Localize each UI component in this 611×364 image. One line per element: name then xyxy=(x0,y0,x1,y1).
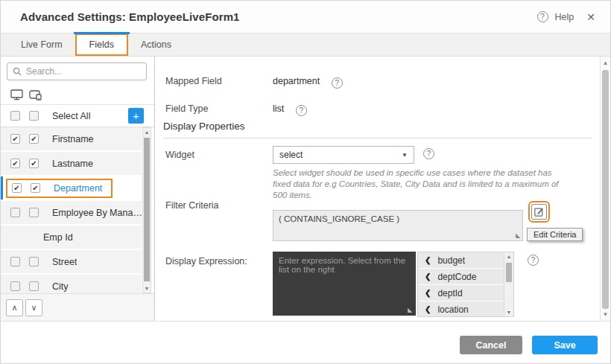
field-settings-panel: Mapped Field department ? Field Type lis… xyxy=(155,57,600,321)
search-icon xyxy=(13,67,22,76)
field-label: Employee By Mana… xyxy=(52,208,142,218)
field-row-emp-id[interactable]: Emp Id xyxy=(1,226,142,249)
mapped-field-value-text: department xyxy=(273,76,320,86)
display-expression-label: Display Expression: xyxy=(165,256,247,266)
mapped-field-value: department ? xyxy=(273,76,343,89)
field-type-label: Field Type xyxy=(165,103,208,114)
expression-list-scrollbar[interactable]: ▲ ▼ xyxy=(504,252,513,316)
main-scrollbar[interactable]: ▲ ▼ xyxy=(600,57,610,321)
help-icon[interactable]: ? xyxy=(537,11,548,22)
search-box xyxy=(7,63,147,80)
display-expression-help-icon[interactable]: ? xyxy=(528,255,539,266)
field-row-employee-by-manager[interactable]: Employee By Mana… xyxy=(1,201,142,224)
select-all-mobile-checkbox[interactable] xyxy=(29,111,39,121)
expression-field-location[interactable]: ❮ location xyxy=(418,301,504,317)
field-type-help-icon[interactable]: ? xyxy=(296,105,307,116)
mobile-checkbox[interactable] xyxy=(29,208,39,217)
scrollbar-thumb[interactable] xyxy=(506,263,512,282)
field-label: Emp Id xyxy=(43,232,73,243)
active-tab-indicator xyxy=(74,32,130,34)
scroll-up-icon[interactable]: ▲ xyxy=(504,254,513,259)
field-row-department[interactable]: ✔ ✔ Department xyxy=(1,176,142,199)
chevron-left-icon: ❮ xyxy=(425,289,431,297)
field-row-city[interactable]: City xyxy=(1,275,142,293)
widget-select-value: select xyxy=(279,150,303,160)
select-all-label: Select All xyxy=(52,111,90,121)
scroll-down-icon[interactable]: ▼ xyxy=(601,311,610,318)
expression-field-label: location xyxy=(437,304,468,315)
search-input[interactable] xyxy=(26,66,141,77)
edit-criteria-tooltip: Edit Criteria xyxy=(527,228,583,241)
desktop-checkbox[interactable] xyxy=(10,257,20,266)
tab-bar: Live Form Fields Actions xyxy=(1,33,610,57)
pencil-square-icon xyxy=(534,207,544,217)
resize-handle-icon[interactable]: ◢ xyxy=(516,232,520,239)
field-reorder-bar: ∧ ∨ xyxy=(1,293,154,321)
desktop-checkbox[interactable]: ✔ xyxy=(10,134,20,144)
dialog-title: Advanced Settings: EmployeeLiveForm1 xyxy=(20,10,537,23)
widget-help-icon[interactable]: ? xyxy=(423,148,434,159)
field-row-street[interactable]: Street xyxy=(1,250,142,273)
field-label: Street xyxy=(52,257,77,267)
mobile-tablet-icon[interactable] xyxy=(29,89,43,100)
desktop-checkbox[interactable]: ✔ xyxy=(12,183,22,193)
help-link[interactable]: Help xyxy=(555,12,574,22)
widget-label: Widget xyxy=(165,150,194,160)
expression-field-label: deptCode xyxy=(437,272,476,282)
expression-field-deptid[interactable]: ❮ deptId xyxy=(418,285,504,301)
field-label: Lastname xyxy=(52,159,93,169)
scroll-up-icon[interactable]: ▲ xyxy=(601,60,610,66)
desktop-icon[interactable] xyxy=(10,89,24,100)
sidebar-scrollbar[interactable]: ▲ ▼ xyxy=(142,127,151,293)
expression-field-list: ❮ budget ❮ deptCode ❮ deptId ❮ location … xyxy=(417,252,514,317)
field-row-lastname[interactable]: ✔ ✔ Lastname xyxy=(1,152,142,175)
scroll-down-icon[interactable]: ▼ xyxy=(143,286,151,291)
scrollbar-thumb[interactable] xyxy=(602,70,609,309)
scrollbar-thumb[interactable] xyxy=(144,138,150,281)
desktop-checkbox[interactable] xyxy=(10,281,20,291)
cancel-button[interactable]: Cancel xyxy=(460,336,522,354)
chevron-left-icon: ❮ xyxy=(425,256,431,264)
tab-fields[interactable]: Fields xyxy=(75,33,128,56)
field-label: City xyxy=(52,281,69,292)
tab-fields-label: Fields xyxy=(89,39,114,50)
device-toggle-row xyxy=(1,86,154,105)
tab-live-form[interactable]: Live Form xyxy=(8,33,75,56)
mobile-checkbox[interactable]: ✔ xyxy=(29,159,39,168)
chevron-left-icon: ❮ xyxy=(425,305,431,313)
mapped-field-help-icon[interactable]: ? xyxy=(332,77,343,89)
move-field-down-button[interactable]: ∨ xyxy=(25,299,42,316)
mobile-checkbox[interactable]: ✔ xyxy=(29,134,39,144)
widget-help-text: Select widget should be used in specific… xyxy=(273,167,571,201)
scroll-up-icon[interactable]: ▲ xyxy=(143,130,151,135)
select-all-desktop-checkbox[interactable] xyxy=(10,111,20,121)
field-label: Department xyxy=(54,183,102,194)
tab-live-form-label: Live Form xyxy=(21,39,63,50)
widget-select[interactable]: select ▼ xyxy=(273,146,414,164)
expression-field-deptcode[interactable]: ❮ deptCode xyxy=(418,269,504,284)
display-expression-textarea[interactable] xyxy=(273,252,416,316)
filter-criteria-label: Filter Criteria xyxy=(165,200,219,211)
expression-field-budget[interactable]: ❮ budget xyxy=(418,252,504,268)
display-properties-title: Display Properties xyxy=(163,121,245,132)
resize-handle-icon[interactable]: ◢ xyxy=(408,307,412,313)
mobile-checkbox[interactable]: ✔ xyxy=(31,183,40,193)
expression-field-label: deptId xyxy=(437,288,462,298)
desktop-checkbox[interactable] xyxy=(10,208,20,217)
scroll-down-icon[interactable]: ▼ xyxy=(504,310,513,315)
mobile-checkbox[interactable] xyxy=(29,281,39,291)
desktop-checkbox[interactable]: ✔ xyxy=(10,159,20,168)
section-divider xyxy=(163,138,592,138)
edit-criteria-button[interactable] xyxy=(531,204,547,220)
tab-actions-label: Actions xyxy=(141,39,171,50)
save-button[interactable]: Save xyxy=(532,336,598,354)
dialog-footer: Cancel Save xyxy=(1,321,610,364)
field-row-firstname[interactable]: ✔ ✔ Firstname xyxy=(1,127,142,150)
tab-actions[interactable]: Actions xyxy=(128,33,184,56)
move-field-up-button[interactable]: ∧ xyxy=(6,299,23,316)
field-label: Firstname xyxy=(52,134,94,144)
filter-criteria-textarea[interactable]: ( CONTAINS_IGNORE_CASE ) xyxy=(273,210,523,241)
close-icon[interactable]: ✕ xyxy=(586,11,595,23)
mobile-checkbox[interactable] xyxy=(29,257,39,266)
add-field-button[interactable]: + xyxy=(128,108,144,124)
